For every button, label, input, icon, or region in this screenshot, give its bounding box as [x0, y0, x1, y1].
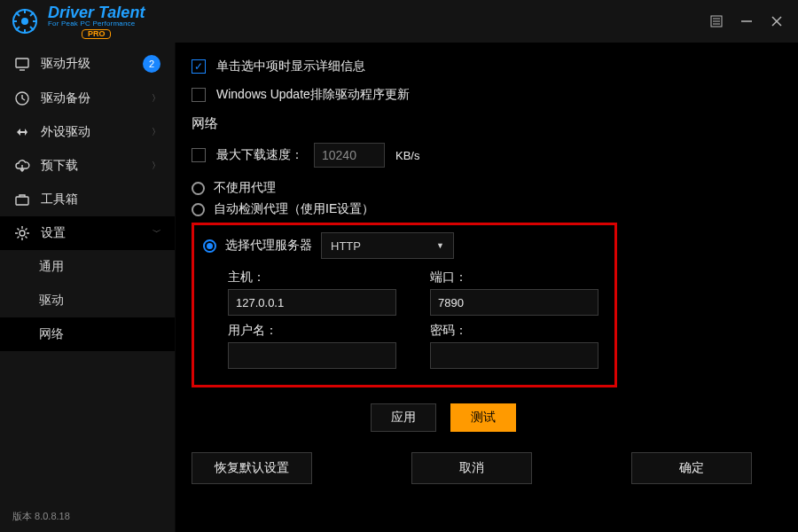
radio-label: 选择代理服务器	[225, 238, 312, 254]
radio-auto-proxy[interactable]	[192, 203, 205, 216]
chevron-right-icon: 〉	[152, 160, 160, 172]
sidebar-sub-driver[interactable]: 驱动	[0, 284, 175, 317]
sidebar-item-label: 工具箱	[41, 192, 78, 207]
sidebar-item-upgrade[interactable]: 驱动升级 2	[0, 46, 175, 82]
cloud-download-icon	[14, 158, 30, 174]
radio-label: 自动检测代理（使用IE设置）	[214, 201, 374, 217]
checkbox-exclude-wu[interactable]	[192, 88, 206, 102]
titlebar: Driver Talent For Peak PC Performance PR…	[0, 0, 798, 43]
chevron-down-icon: 〉	[150, 229, 162, 238]
svg-line-9	[16, 27, 20, 30]
close-icon[interactable]	[770, 14, 784, 28]
apply-button[interactable]: 应用	[371, 403, 436, 432]
menu-icon[interactable]	[709, 14, 724, 28]
checkbox-label: 单击选中项时显示详细信息	[216, 59, 365, 74]
port-input[interactable]	[430, 289, 598, 316]
restore-defaults-button[interactable]: 恢复默认设置	[192, 452, 312, 484]
svg-line-8	[30, 12, 34, 16]
svg-rect-21	[16, 197, 28, 205]
sidebar-item-settings[interactable]: 设置 〉	[0, 216, 175, 250]
logo-pro-badge: PRO	[82, 29, 112, 39]
port-label: 端口：	[430, 270, 607, 286]
svg-point-1	[21, 18, 28, 25]
radio-select-proxy[interactable]	[203, 239, 216, 253]
host-label: 主机：	[228, 270, 405, 286]
host-input[interactable]	[228, 289, 396, 316]
logo: Driver Talent For Peak PC Performance PR…	[11, 4, 145, 39]
checkbox-max-speed[interactable]	[192, 148, 206, 162]
sidebar-item-peripheral[interactable]: 外设驱动 〉	[0, 115, 175, 149]
badge-count: 2	[143, 55, 160, 73]
sidebar-item-label: 外设驱动	[41, 124, 90, 140]
cancel-button[interactable]: 取消	[411, 452, 532, 484]
svg-rect-17	[16, 59, 28, 67]
backup-icon	[14, 90, 30, 106]
sidebar-item-label: 驱动备份	[41, 90, 90, 106]
test-button[interactable]: 测试	[450, 403, 516, 432]
ok-button[interactable]: 确定	[631, 452, 752, 484]
pass-input[interactable]	[430, 342, 598, 369]
max-speed-label: 最大下载速度：	[216, 147, 303, 163]
radio-label: 不使用代理	[214, 180, 276, 196]
select-value: HTTP	[331, 239, 361, 253]
svg-line-6	[16, 12, 20, 16]
usb-icon	[14, 124, 30, 140]
max-speed-unit: KB/s	[395, 149, 419, 162]
svg-point-22	[20, 231, 25, 236]
user-input[interactable]	[228, 342, 396, 369]
monitor-icon	[14, 56, 30, 72]
gear-icon	[14, 225, 30, 241]
logo-title: Driver Talent	[48, 4, 145, 20]
proxy-type-select[interactable]: HTTP ▼	[321, 232, 454, 259]
version-label: 版本 8.0.8.18	[0, 501, 175, 532]
sidebar-sub-network[interactable]: 网络	[0, 317, 175, 351]
sidebar-item-toolbox[interactable]: 工具箱	[0, 183, 175, 216]
user-label: 用户名：	[228, 323, 405, 339]
checkbox-show-detail[interactable]	[192, 59, 206, 74]
logo-gear-icon	[11, 7, 39, 35]
pass-label: 密码：	[430, 323, 607, 339]
minimize-icon[interactable]	[739, 14, 754, 28]
proxy-config-box: 选择代理服务器 HTTP ▼ 主机： 端口：	[192, 223, 617, 387]
sidebar-item-label: 驱动升级	[41, 56, 90, 72]
sidebar-item-backup[interactable]: 驱动备份 〉	[0, 82, 175, 115]
max-speed-input[interactable]	[314, 143, 385, 168]
sidebar-item-predownload[interactable]: 预下载 〉	[0, 149, 175, 183]
section-network-title: 网络	[192, 115, 770, 132]
svg-line-7	[30, 27, 34, 30]
sidebar-item-label: 设置	[41, 225, 66, 241]
sidebar-sub-general[interactable]: 通用	[0, 250, 175, 284]
logo-subtitle: For Peak PC Performance	[48, 20, 145, 27]
sidebar: 驱动升级 2 驱动备份 〉 外设驱动 〉 预下载 〉	[0, 43, 176, 532]
checkbox-label: Windows Update排除驱动程序更新	[216, 87, 410, 103]
chevron-right-icon: 〉	[152, 92, 160, 105]
toolbox-icon	[14, 192, 30, 207]
chevron-right-icon: 〉	[152, 126, 160, 138]
radio-no-proxy[interactable]	[192, 182, 205, 195]
chevron-down-icon: ▼	[436, 241, 444, 250]
content: 单击选中项时显示详细信息 Windows Update排除驱动程序更新 网络 最…	[176, 43, 798, 532]
sidebar-item-label: 预下载	[41, 158, 78, 174]
